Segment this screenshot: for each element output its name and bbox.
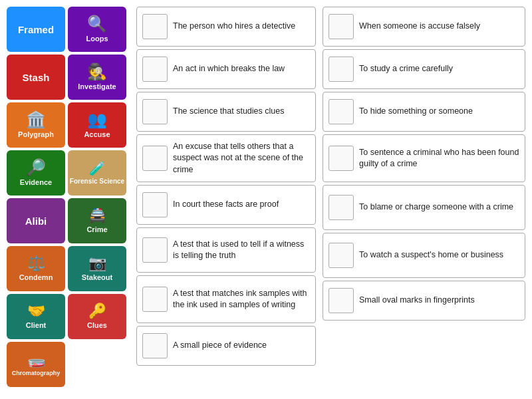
right-text-1: To study a crime carefully <box>359 63 519 75</box>
card-chromatography[interactable]: 🧫 Chromatography <box>7 342 65 387</box>
card-evidence[interactable]: 🔎 Evidence <box>7 150 65 196</box>
clues-icon: 🔑 <box>88 303 106 320</box>
card-forensic-science[interactable]: 🧪 Forensic Science <box>68 150 126 196</box>
loops-icon: 🔍 <box>87 15 107 33</box>
left-column: Framed 🔍 Loops Stash 🕵️ Investigate 🏛️ P… <box>7 7 130 392</box>
card-row-3: 🏛️ Polygraph 👥 Accuse <box>7 102 130 148</box>
right-item-1[interactable]: To study a crime carefully <box>323 49 525 89</box>
answer-box-4[interactable] <box>142 192 168 217</box>
card-alibi[interactable]: Alibi <box>7 198 65 243</box>
right-text-5: To watch a suspect's home or business <box>359 249 519 261</box>
card-clues[interactable]: 🔑 Clues <box>68 294 126 339</box>
match-item-2[interactable]: The science that studies clues <box>136 92 316 132</box>
match-text-1: An act in which breaks the law <box>173 63 310 75</box>
right-column: When someone is accuse falsely To study … <box>323 7 525 392</box>
forensic-icon: 🧪 <box>89 160 106 176</box>
client-icon: 🤝 <box>27 303 45 320</box>
card-row-8: 🧫 Chromatography <box>7 342 130 387</box>
match-item-4[interactable]: In court these facts are proof <box>136 185 316 225</box>
right-text-0: When someone is accuse falsely <box>359 21 519 33</box>
answer-box-1[interactable] <box>142 57 168 82</box>
card-row-5: Alibi 🚔 Crime <box>7 198 130 243</box>
card-polygraph[interactable]: 🏛️ Polygraph <box>7 102 65 148</box>
middle-column: The person who hires a detective An act … <box>136 7 316 392</box>
card-row-4: 🔎 Evidence 🧪 Forensic Science <box>7 150 130 196</box>
answer-box-6[interactable] <box>142 287 168 312</box>
card-row-7: 🤝 Client 🔑 Clues <box>7 294 130 339</box>
card-condemn[interactable]: ⚖️ Condemn <box>7 246 65 291</box>
right-text-6: Small oval marks in fingerprints <box>359 295 519 307</box>
right-item-2[interactable]: To hide something or someone <box>323 92 525 132</box>
answer-box-right-1[interactable] <box>329 57 354 82</box>
answer-box-5[interactable] <box>142 237 168 263</box>
card-row-6: ⚖️ Condemn 📷 Stakeout <box>7 246 130 291</box>
card-investigate[interactable]: 🕵️ Investigate <box>68 55 126 100</box>
right-item-4[interactable]: To blame or charge someone with a crime <box>323 185 525 230</box>
answer-box-right-0[interactable] <box>329 14 354 39</box>
card-row-2: Stash 🕵️ Investigate <box>7 55 130 100</box>
answer-box-right-6[interactable] <box>329 288 354 313</box>
answer-box-right-4[interactable] <box>329 195 354 220</box>
investigate-icon: 🕵️ <box>87 63 107 81</box>
card-stash[interactable]: Stash <box>7 55 65 100</box>
answer-box-right-5[interactable] <box>329 243 354 268</box>
match-text-0: The person who hires a detective <box>173 21 310 33</box>
right-item-3[interactable]: To sentence a criminal who has been foun… <box>323 134 525 182</box>
match-text-5: A test that is used to tell if a witness… <box>173 239 310 262</box>
right-item-5[interactable]: To watch a suspect's home or business <box>323 233 525 278</box>
answer-box-7[interactable] <box>142 333 168 358</box>
match-item-1[interactable]: An act in which breaks the law <box>136 49 316 89</box>
card-stakeout[interactable]: 📷 Stakeout <box>68 246 126 291</box>
chroma-icon: 🧫 <box>27 351 45 368</box>
match-text-2: The science that studies clues <box>173 106 310 118</box>
match-item-3[interactable]: An excuse that tells others that a suspe… <box>136 134 316 182</box>
card-client[interactable]: 🤝 Client <box>7 294 65 339</box>
card-accuse[interactable]: 👥 Accuse <box>68 102 126 148</box>
card-row-1: Framed 🔍 Loops <box>7 7 130 52</box>
answer-box-right-2[interactable] <box>329 99 354 124</box>
answer-box-0[interactable] <box>142 14 168 39</box>
answer-box-3[interactable] <box>142 146 168 171</box>
right-item-6[interactable]: Small oval marks in fingerprints <box>323 281 525 321</box>
answer-box-2[interactable] <box>142 99 168 124</box>
match-item-5[interactable]: A test that is used to tell if a witness… <box>136 227 316 273</box>
match-item-0[interactable]: The person who hires a detective <box>136 7 316 47</box>
card-framed[interactable]: Framed <box>7 7 65 52</box>
card-loops[interactable]: 🔍 Loops <box>68 7 126 52</box>
right-text-4: To blame or charge someone with a crime <box>359 201 519 213</box>
match-text-7: A small piece of evidence <box>173 340 310 352</box>
answer-box-right-3[interactable] <box>329 146 354 171</box>
right-text-3: To sentence a criminal who has been foun… <box>359 147 519 170</box>
match-item-6[interactable]: A test that matches ink samples with the… <box>136 275 316 323</box>
card-crime[interactable]: 🚔 Crime <box>68 198 126 243</box>
right-item-0[interactable]: When someone is accuse falsely <box>323 7 525 47</box>
stakeout-icon: 📷 <box>88 255 106 272</box>
match-item-7[interactable]: A small piece of evidence <box>136 326 316 366</box>
right-text-2: To hide something or someone <box>359 106 519 118</box>
match-text-6: A test that matches ink samples with the… <box>173 288 310 311</box>
condemn-icon: ⚖️ <box>27 255 45 272</box>
accuse-icon: 👥 <box>87 110 107 129</box>
evidence-icon: 🔎 <box>26 158 46 177</box>
crime-icon: 🚔 <box>88 207 106 224</box>
match-text-3: An excuse that tells others that a suspe… <box>173 141 310 176</box>
match-text-4: In court these facts are proof <box>173 199 310 211</box>
polygraph-icon: 🏛️ <box>26 110 46 129</box>
